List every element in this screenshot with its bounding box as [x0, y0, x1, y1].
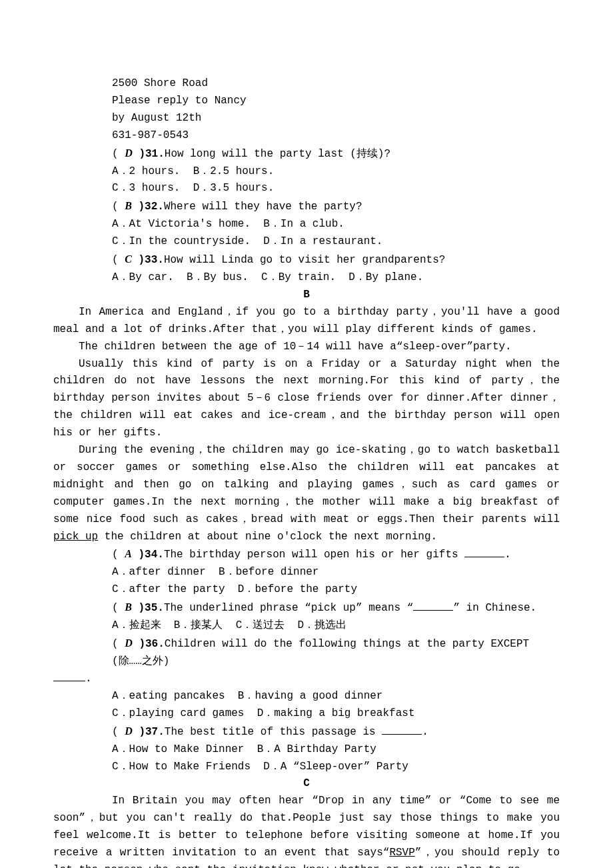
answer-33: C — [125, 253, 132, 265]
intro-line-1: 2500 Shore Road — [53, 75, 560, 93]
answer-36: D — [125, 637, 133, 649]
intro-line-2: Please reply to Nancy — [53, 93, 560, 110]
blank-35 — [413, 600, 453, 611]
qnum-36: )36. — [139, 638, 164, 650]
paren-open: ( — [112, 254, 119, 266]
qnum-31: )31. — [139, 148, 164, 160]
q36-b: B．having a good dinner — [238, 690, 383, 702]
qnum-32: )32. — [139, 201, 164, 213]
section-c-heading: C — [53, 775, 560, 793]
answer-31: D — [125, 147, 133, 159]
question-33: ( C )33.How will Linda go to visit her g… — [53, 251, 560, 269]
q35-c: C．送过去 — [236, 619, 285, 631]
q37-options-row1: A．How to Make Dinner B．A Birthday Party — [53, 741, 560, 759]
q31-d: D．3.5 hours. — [193, 182, 275, 194]
qnum-37: )37. — [139, 726, 164, 738]
paren-open: ( — [112, 549, 119, 561]
q34-c: C．after the party — [112, 583, 225, 595]
q36-a: A．eating pancakes — [112, 690, 225, 702]
intro-line-4: 631-987-0543 — [53, 127, 560, 145]
section-b-p3: Usually this kind of party is on a Frida… — [53, 356, 560, 443]
q34-options-row1: A．after dinner B．before dinner — [53, 564, 560, 581]
section-b-p4u: pick up — [53, 531, 98, 543]
q36-blank-line: . — [53, 671, 560, 688]
blank-37 — [382, 724, 422, 735]
paren-open: ( — [112, 201, 119, 213]
question-37: ( D )37.The best title of this passage i… — [53, 723, 560, 741]
q31-options-row2: C．3 hours. D．3.5 hours. — [53, 180, 560, 197]
qtail-35: ” in Chinese. — [453, 602, 536, 614]
qtail-37: . — [422, 726, 428, 738]
qnum-33: )33. — [139, 254, 164, 266]
q31-options-row1: A．2 hours. B．2.5 hours. — [53, 163, 560, 181]
q36-d: D．making a big breakfast — [257, 707, 415, 719]
qtext-33: How will Linda go to visit her grandpare… — [164, 254, 445, 266]
q37-a: A．How to Make Dinner — [112, 743, 244, 755]
question-35: ( B )35.The underlined phrase “pick up” … — [53, 599, 560, 617]
question-32: ( B )32.Where will they have the party? — [53, 197, 560, 216]
section-b-p4: During the evening，the children may go i… — [53, 442, 560, 545]
answer-32: B — [125, 200, 132, 211]
qtext-35: The underlined phrase “pick up” means “ — [164, 602, 413, 614]
answer-34: A — [125, 548, 132, 559]
q31-c: C．3 hours. — [112, 182, 180, 194]
q32-c: C．In the countryside. — [112, 235, 251, 247]
q35-d: D．挑选出 — [297, 619, 346, 631]
q33-b: B．By bus. — [187, 271, 249, 283]
q33-d: D．By plane. — [348, 271, 423, 283]
intro-line-3: by August 12th — [53, 110, 560, 127]
qnum-34: )34. — [139, 549, 164, 561]
blank-34 — [464, 547, 504, 557]
question-31: ( D )31.How long will the party last (持续… — [53, 145, 560, 163]
q35-options: A．捡起来 B．接某人 C．送过去 D．挑选出 — [53, 617, 560, 635]
qnum-35: )35. — [139, 602, 164, 614]
answer-37: D — [125, 725, 133, 737]
q36-options-row2: C．playing card games D．making a big brea… — [53, 705, 560, 723]
qtail-36: . — [85, 673, 92, 685]
blank-36 — [53, 671, 85, 681]
paren-open: ( — [112, 602, 119, 614]
q37-options-row2: C．How to Make Friends D．A “Sleep-over” P… — [53, 759, 560, 776]
section-b-p4b: the children at about nine o'clock the n… — [98, 531, 437, 543]
q32-options-row2: C．In the countryside. D．In a restaurant. — [53, 233, 560, 251]
q34-d: D．before the party — [238, 583, 357, 595]
q32-a: A．At Victoria's home. — [112, 218, 251, 230]
section-c-p1: In Britain you may often hear “Drop in a… — [53, 793, 560, 868]
q35-a: A．捡起来 — [112, 619, 161, 631]
q33-c: C．By train. — [261, 271, 336, 283]
q32-b: B．In a club. — [263, 218, 344, 230]
section-b-p1: In America and England，if you go to a bi… — [53, 304, 560, 339]
section-c-p1u: RSVP — [389, 847, 414, 859]
q34-b: B．before dinner — [219, 566, 318, 578]
question-34: ( A )34.The birthday person will open hi… — [53, 545, 560, 564]
qtext-32: Where will they have the party? — [164, 201, 362, 213]
q36-options-row1: A．eating pancakes B．having a good dinner — [53, 688, 560, 705]
section-b-p4a: During the evening，the children may go i… — [53, 444, 560, 525]
paren-open: ( — [112, 638, 119, 650]
q34-options-row2: C．after the party D．before the party — [53, 581, 560, 599]
q37-c: C．How to Make Friends — [112, 761, 251, 773]
q37-b: B．A Birthday Party — [257, 743, 376, 755]
q32-options-row1: A．At Victoria's home. B．In a club. — [53, 216, 560, 233]
question-36: ( D )36.Children will do the following t… — [53, 635, 560, 671]
q31-b: B．2.5 hours. — [193, 165, 275, 177]
paren-open: ( — [112, 726, 119, 738]
q32-d: D．In a restaurant. — [263, 235, 382, 247]
qtext-31: How long will the party last (持续)? — [165, 148, 390, 160]
section-b-heading: B — [53, 287, 560, 304]
q33-a: A．By car. — [112, 271, 174, 283]
q35-b: B．接某人 — [174, 619, 223, 631]
q34-a: A．after dinner — [112, 566, 206, 578]
qtail-34: . — [504, 549, 511, 561]
q33-options: A．By car. B．By bus. C．By train. D．By pla… — [53, 269, 560, 287]
section-b-p2: The children between the age of 10－14 wi… — [53, 339, 560, 356]
qtext-34: The birthday person will open his or her… — [164, 549, 464, 561]
q37-d: D．A “Sleep-over” Party — [263, 761, 408, 773]
q31-a: A．2 hours. — [112, 165, 180, 177]
qtext-36: Children will do the following things at… — [112, 638, 529, 667]
q36-c: C．playing card games — [112, 707, 244, 719]
paren-open: ( — [112, 148, 119, 160]
page-content: 2500 Shore Road Please reply to Nancy by… — [0, 0, 613, 868]
qtext-37: The best title of this passage is — [165, 726, 382, 738]
answer-35: B — [125, 601, 132, 613]
